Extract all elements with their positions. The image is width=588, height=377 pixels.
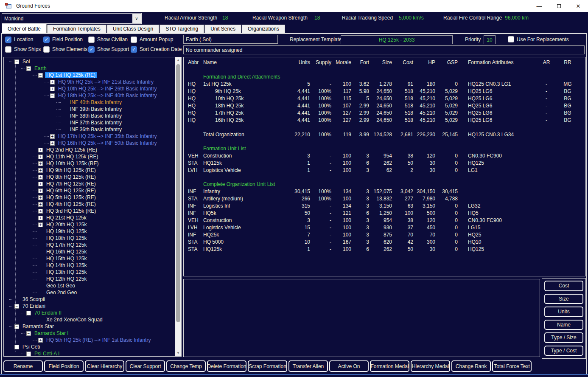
tree-expand-icon[interactable]: + (38, 148, 43, 152)
tree-item[interactable]: INF 37th Basic Infantry (4, 119, 175, 126)
tree-item[interactable]: HQ 14th HQ 125k (4, 262, 175, 269)
table-row[interactable]: HQ9th HQ 25k4,441100%1175.9824,65051845,… (184, 87, 585, 95)
tree-collapse-icon[interactable]: − (26, 66, 31, 71)
cost-sort-button[interactable]: Cost (544, 281, 583, 291)
total-force-text-button[interactable]: Total Force Text (492, 360, 532, 372)
column-header-hp[interactable]: HP (413, 59, 435, 65)
table-row[interactable]: VEHConstruction3-1003954381200CN0.30 FC9… (184, 217, 585, 224)
tree-item[interactable]: HQ 16th HQ 125k (4, 248, 175, 255)
tree-expand-icon[interactable]: + (50, 141, 55, 146)
tree-item[interactable]: +HQ 11th HQ 125k (RE) (4, 153, 175, 160)
tree-item[interactable]: −Psi Ceti (4, 343, 175, 350)
tree-item[interactable]: +HQ 16th HQ 25k --> INF 50th Basic Infan… (4, 140, 175, 146)
table-row[interactable]: STAHQ125k1-100626250300HQ125 (184, 245, 585, 253)
tree-item[interactable]: INF 40th Basic Infantry (4, 99, 175, 106)
tree-item[interactable]: −Sol (4, 58, 175, 65)
tree-item[interactable]: −70 Eridani (4, 303, 175, 309)
column-header-units[interactable]: Units (291, 59, 310, 65)
tree-expand-icon[interactable]: + (38, 182, 43, 186)
tree-expand-icon[interactable]: + (50, 87, 55, 91)
transfer-alien-button[interactable]: Transfer Alien (288, 360, 328, 372)
tree-collapse-icon[interactable]: − (14, 345, 19, 349)
table-row[interactable]: INFHQ25k7-100387570700HQ25 (184, 231, 585, 238)
tab-order-of-battle[interactable]: Order of Battle (2, 24, 47, 33)
tree-expand-icon[interactable]: + (38, 222, 43, 227)
type-size-sort-button[interactable]: Type / Size (544, 332, 583, 343)
table-row[interactable]: LVHLogistics Vehicle1-1003622300LG1 (184, 166, 585, 174)
type-cost-sort-button[interactable]: Type / Cost (544, 346, 583, 356)
table-row[interactable]: HQ16th HQ 25k4,441100%1272.9924,65051845… (184, 116, 585, 124)
tab-sto-targeting[interactable]: STO Targeting (160, 25, 204, 33)
table-row[interactable]: VEHConstruction3-1003954381200CN0.30 FC9… (184, 152, 585, 159)
tree-item[interactable]: −Barnards Star I (4, 330, 175, 337)
change-temp-button[interactable]: Change Temp (166, 360, 206, 372)
delete-formation-button[interactable]: Delete Formation (207, 360, 246, 372)
priority-field[interactable]: 10 (484, 35, 496, 44)
clear-support-button[interactable]: Clear Support (126, 360, 165, 372)
tree-expand-icon[interactable]: + (38, 168, 43, 173)
tree-item[interactable]: −Earth (4, 65, 175, 72)
tree-expand-icon[interactable]: + (38, 216, 43, 220)
table-row[interactable]: HQ1st HQ 125k5-1003.621,278911800HQ125 C… (184, 80, 585, 87)
checkbox-show-support[interactable]: ✓Show Support (88, 45, 131, 53)
table-row[interactable]: LVHLogistics Vehicle15-1003930374500LG15 (184, 224, 585, 231)
tree-item[interactable]: Xe 2nd Xeno/Con Squad (4, 316, 175, 323)
tree-expand-icon[interactable]: + (38, 195, 43, 200)
tree-expand-icon[interactable]: + (38, 338, 43, 343)
race-selector[interactable]: Mankind ∨ (2, 13, 142, 24)
column-header-gsp[interactable]: GSP (435, 59, 458, 65)
tree-item[interactable]: INF 36th Basic Infantry (4, 126, 175, 133)
tree-expand-icon[interactable]: + (38, 209, 43, 214)
column-header-formation-attributes[interactable]: Formation Attributes (458, 59, 536, 65)
table-row[interactable]: INFInfantry30,415100%1343152,0753,042304… (184, 188, 585, 195)
table-row[interactable]: STAArtillery (medium)266100%100313,83227… (184, 195, 585, 202)
tree-scrollbar[interactable]: ▲ ▼ (175, 57, 181, 356)
tree-item[interactable]: +HQ 2nd HQ 125k (RE) (4, 146, 175, 153)
column-header-size[interactable]: Size (369, 59, 392, 65)
column-header-ar[interactable]: AR (536, 59, 557, 65)
tree-item[interactable]: +HQ 5th HQ 125k (RE) (4, 194, 175, 201)
table-row[interactable]: INFHQ5k50-12161,2501005000HQ5 (184, 209, 585, 217)
table-row[interactable]: Total Organization22,210100%1193.99124,5… (184, 131, 585, 138)
tree-expand-icon[interactable]: + (50, 80, 55, 84)
column-header-name[interactable]: Name (201, 59, 291, 65)
rename-button[interactable]: Rename (3, 360, 43, 372)
tree-item[interactable]: −HQ 18th HQ 25k --> INF 40th Basic Infan… (4, 92, 175, 99)
tree-item[interactable]: +HQ 10th HQ 25k --> INF 26th Basic Infan… (4, 85, 175, 92)
tree-item[interactable]: HQ 12th HQ 125k (4, 276, 175, 282)
column-header-morale[interactable]: Morale (331, 59, 351, 65)
minimize-button[interactable]: — (529, 0, 549, 12)
tree-item[interactable]: −70 Eridani II (4, 309, 175, 316)
scrollbar-thumb[interactable] (176, 64, 180, 322)
tree-item[interactable]: HQ 19th HQ 125k (4, 228, 175, 235)
tree-item[interactable]: INF 38th Basic Infantry (4, 113, 175, 119)
column-header-fort[interactable]: Fort (351, 59, 369, 65)
tree-item[interactable]: +HQ 20th HQ 125k (4, 221, 175, 228)
checkbox-show-elements[interactable]: ✓Show Elements (43, 45, 88, 53)
active-on-button[interactable]: Active On (329, 360, 369, 372)
tree-item[interactable]: +HQ 9th HQ 125k (RE) (4, 167, 175, 174)
tree-item[interactable]: +HQ 4th HQ 125k (RE) (4, 201, 175, 208)
tree-item[interactable]: +HQ 17th HQ 25k --> INF 35th Basic Infan… (4, 133, 175, 140)
tree-collapse-icon[interactable]: − (50, 93, 55, 98)
tree-item[interactable]: −Barnards Star (4, 323, 175, 330)
tab-formation-templates[interactable]: Formation Templates (47, 25, 106, 33)
scroll-down-icon[interactable]: ▼ (175, 350, 181, 356)
tab-organizations[interactable]: Organizations (242, 25, 285, 33)
tree-item[interactable]: +HQ 21st HQ 125k (4, 214, 175, 221)
scrap-formation-button[interactable]: Scrap Formation (248, 360, 287, 372)
maximize-button[interactable] (549, 0, 568, 12)
tree-collapse-icon[interactable]: − (14, 59, 19, 64)
tree-expand-icon[interactable]: + (38, 175, 43, 180)
tree-item[interactable]: INF 39th Basic Infantry (4, 106, 175, 113)
checkbox-amount-popup[interactable]: ✓Amount Popup (131, 35, 190, 44)
table-row[interactable]: STAHQ125k1-100626250300HQ125 (184, 159, 585, 166)
close-button[interactable]: ✕ (568, 0, 588, 12)
tree-item[interactable]: HQ 13th HQ 125k (4, 269, 175, 276)
tree-item[interactable]: HQ 17th HQ 125k (4, 242, 175, 248)
checkbox-field-position[interactable]: ✓Field Position (43, 35, 88, 44)
tree-collapse-icon[interactable]: − (38, 73, 43, 78)
tab-unit-class-design[interactable]: Unit Class Design (107, 25, 159, 33)
tree-collapse-icon[interactable]: − (26, 352, 31, 356)
tree-item[interactable]: 36 Scorpii (4, 296, 175, 303)
